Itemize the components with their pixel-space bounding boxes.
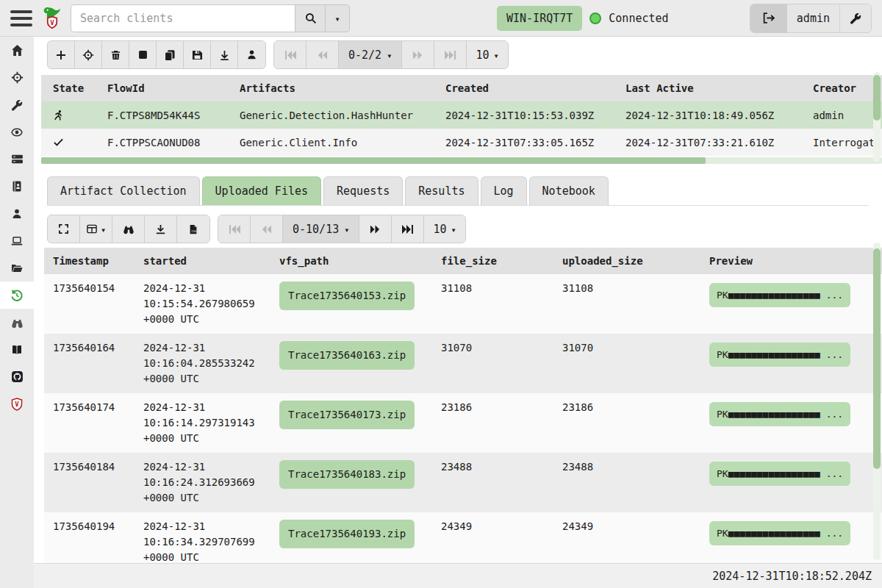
client-id-badge[interactable]: WIN-IRQT7T (497, 6, 582, 31)
caret-down-icon (344, 223, 349, 236)
home-icon (11, 44, 24, 57)
server-stack-icon (11, 153, 24, 165)
scrollbar-thumb[interactable] (873, 248, 881, 469)
first-page-icon (229, 224, 240, 234)
column-header: State (41, 82, 100, 94)
page-range-dropdown[interactable]: 0-2/2 (339, 41, 402, 68)
sidebar-item-users[interactable] (0, 200, 34, 227)
settings-button[interactable] (839, 4, 871, 32)
first-page-button[interactable] (218, 215, 251, 243)
preview-cell: PK■■■■■■■■■■■■■■■■ ... (700, 453, 882, 497)
client-search (71, 4, 350, 32)
page-size-dropdown[interactable]: 10 (424, 215, 465, 243)
preview-badge[interactable]: PK■■■■■■■■■■■■■■■■ ... (709, 343, 850, 367)
svg-text:V: V (50, 19, 54, 26)
vfs-path-cell: Trace1735640163.zip (270, 334, 432, 376)
flow-detail-tabs: Artifact Collection Uploaded Files Reque… (47, 176, 869, 206)
page-range-dropdown[interactable]: 0-10/13 (283, 215, 359, 243)
vfs-path-button[interactable]: Trace1735640163.zip (279, 341, 415, 370)
next-page-button[interactable] (402, 41, 434, 68)
flows-horizontal-scrollbar[interactable] (41, 157, 882, 164)
fullscreen-button[interactable] (48, 215, 80, 243)
new-collection-button[interactable] (48, 41, 75, 68)
search-button[interactable] (295, 4, 326, 32)
user-menu: admin (750, 4, 872, 33)
vfs-path-button[interactable]: Trace1735640183.zip (279, 460, 415, 489)
prev-page-button[interactable] (306, 41, 339, 68)
trash-icon (110, 49, 121, 61)
sidebar-item-host-info[interactable] (0, 227, 34, 254)
search-options-button[interactable] (326, 4, 350, 32)
vfs-path-button[interactable]: Trace1735640153.zip (279, 282, 415, 310)
columns-button[interactable] (80, 215, 112, 243)
vfs-path-button[interactable]: Trace1735640173.zip (279, 401, 415, 429)
sidebar-item-velociraptor[interactable]: V (0, 390, 34, 417)
menu-icon[interactable] (10, 10, 32, 26)
last-page-button[interactable] (434, 41, 467, 68)
flow-creator-cell: admin (806, 110, 882, 121)
sidebar-item-docs[interactable] (0, 336, 34, 363)
tab-notebook[interactable]: Notebook (529, 176, 609, 205)
search-input[interactable] (71, 4, 295, 32)
cancel-flow-button[interactable] (129, 41, 157, 68)
status-bar: 2024-12-31T10:18:52.204Z (34, 563, 882, 588)
export-csv-button[interactable]: CSV (177, 215, 209, 243)
sidebar-item-home[interactable] (0, 37, 34, 64)
download-icon (219, 49, 230, 61)
files-vertical-scrollbar[interactable] (873, 243, 881, 560)
vfs-path-cell: Trace1735640153.zip (270, 274, 432, 317)
tab-results[interactable]: Results (405, 176, 478, 205)
sidebar-item-artifacts[interactable] (0, 91, 34, 118)
tab-requests[interactable]: Requests (323, 176, 403, 205)
copy-flow-button[interactable] (157, 41, 184, 68)
flows-toolbar: 0-2/2 10 (47, 40, 882, 69)
flow-state-cell (41, 137, 100, 147)
page-size-dropdown[interactable]: 10 (467, 41, 507, 68)
flows-table-row[interactable]: F.CTPS8MD54K44S Generic.Detection.HashHu… (41, 101, 882, 129)
save-collection-button[interactable] (184, 41, 211, 68)
sidebar-item-github[interactable] (0, 363, 34, 390)
preview-badge[interactable]: PK■■■■■■■■■■■■■■■■ ... (709, 402, 850, 426)
first-page-button[interactable] (274, 41, 306, 68)
vfs-path-cell: Trace1735640183.zip (270, 453, 432, 495)
stop-icon (138, 50, 148, 60)
logout-button[interactable] (750, 4, 787, 32)
column-header: Artifacts (232, 82, 438, 94)
sidebar-item-server-events[interactable] (0, 146, 34, 173)
scrollbar-thumb[interactable] (873, 75, 881, 121)
flows-vertical-scrollbar[interactable] (873, 72, 881, 162)
export-flow-button[interactable] (211, 41, 238, 68)
download-files-button[interactable] (145, 215, 177, 243)
next-page-button[interactable] (359, 215, 392, 243)
uploaded-size-cell: 23186 (553, 393, 700, 422)
sidebar-item-client-events[interactable] (0, 309, 34, 336)
wrench-icon (850, 12, 861, 24)
sidebar-item-notebooks[interactable] (0, 173, 34, 200)
tab-artifact-collection[interactable]: Artifact Collection (47, 176, 200, 205)
preview-badge[interactable]: PK■■■■■■■■■■■■■■■■ ... (709, 462, 850, 486)
sidebar-item-dashboard[interactable] (0, 118, 34, 146)
preview-badge[interactable]: PK■■■■■■■■■■■■■■■■ ... (709, 283, 850, 307)
started-cell: 2024-12-31 10:16:04.285533242 +0000 UTC (135, 334, 270, 393)
vfs-path-cell: Trace1735640173.zip (270, 393, 432, 436)
velociraptor-logo[interactable]: V (41, 6, 63, 31)
file-size-cell: 24349 (432, 512, 553, 541)
flows-table-row[interactable]: F.CTPPSCAONUD08 Generic.Client.Info 2024… (41, 129, 882, 156)
sidebar-item-vfs[interactable] (0, 254, 34, 282)
column-header: Last Active (618, 82, 806, 94)
sidebar-item-collected-artifacts[interactable] (0, 282, 34, 309)
username-button[interactable]: admin (787, 4, 839, 32)
filter-button[interactable] (112, 215, 145, 243)
preview-badge[interactable]: PK■■■■■■■■■■■■■■■■ ... (709, 521, 850, 545)
delete-flow-button[interactable] (102, 41, 129, 68)
tab-log[interactable]: Log (481, 176, 527, 205)
flow-permissions-button[interactable] (238, 41, 265, 68)
last-page-icon (445, 50, 456, 60)
sidebar-item-hunts[interactable] (0, 64, 34, 91)
last-page-button[interactable] (392, 215, 424, 243)
tab-uploaded-files[interactable]: Uploaded Files (202, 176, 321, 205)
hunt-from-flow-button[interactable] (75, 41, 102, 68)
scrollbar-thumb[interactable] (41, 157, 706, 164)
vfs-path-button[interactable]: Trace1735640193.zip (279, 520, 415, 548)
prev-page-button[interactable] (251, 215, 283, 243)
